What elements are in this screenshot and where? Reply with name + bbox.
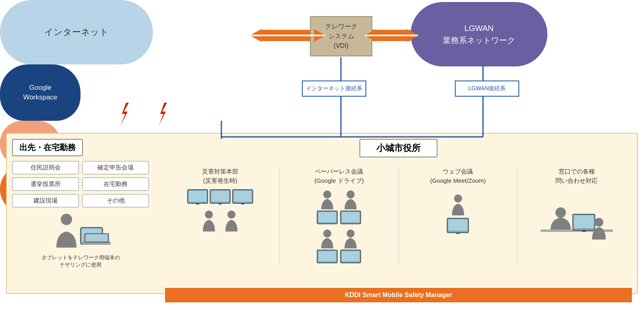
svg-point-30 [347,229,355,238]
svg-rect-23 [318,212,336,222]
svg-point-20 [227,211,235,219]
section-remote: 出先・在宅勤務 住民説明会 確定申告会場 選挙投票所 在宅勤務 建設現場 その他 [12,139,149,292]
screen-icon [232,189,253,205]
screen-icon [317,250,338,264]
cloud-lgwan: LGWAN 業務系ネットワーク [411,2,547,66]
svg-point-24 [347,190,355,198]
kddi-bar: KDDI Smart Mobile Safety Manager [165,288,632,302]
svg-rect-13 [219,203,222,205]
svg-point-39 [555,207,566,218]
person-icon [201,209,217,231]
person-icon [450,193,466,215]
city-title: 小城市役所 [359,139,438,157]
svg-point-19 [205,211,213,219]
screen-icon [340,211,361,225]
person-icon [319,228,335,248]
svg-rect-32 [342,251,359,261]
section-city: 小城市役所 災害対策本部(災害発生時) [165,139,632,292]
box-lgwan-conn: LGWAN接続系 [455,81,519,97]
remote-title: 出先・在宅勤務 [12,139,83,156]
svg-rect-26 [342,212,359,222]
box-telework: テレワーク システム (VDI) [310,16,372,56]
cloud-internet: インターネット [0,0,153,64]
counter-scene [537,193,617,250]
svg-marker-62 [159,103,167,126]
svg-rect-16 [234,191,252,202]
main-diagram: インターネット Google Workspace Zoom au LTE網 テレ… [0,0,644,310]
person-icon [343,189,359,209]
svg-marker-48 [250,29,262,42]
svg-point-27 [323,229,331,238]
svg-rect-35 [448,219,467,231]
city-subsection-disaster: 災害対策本部(災害発生時) [165,167,275,264]
screen-icon [317,211,338,225]
svg-point-43 [594,218,603,227]
tablet-person-label: タブレットをテレワーク用端末の テザリングに使用 [41,254,120,269]
svg-rect-6 [86,234,107,241]
person-icon [343,228,359,248]
location-item: 選挙投票所 [12,178,79,191]
person-tablet-illustration [44,211,117,252]
svg-point-0 [61,214,72,225]
location-grid: 住民説明会 確定申告会場 選挙投票所 在宅勤務 建設現場 その他 [12,161,149,207]
city-divider [279,167,280,264]
screen-icon [447,218,469,234]
svg-rect-12 [211,191,229,202]
location-item: 確定申告会場 [82,161,149,174]
city-subsection-paperless: ペーパーレス会議(Google ドライブ) [284,167,394,264]
city-divider [398,167,399,264]
svg-marker-61 [120,103,129,126]
svg-rect-29 [318,251,336,261]
svg-rect-42 [582,230,586,232]
location-item: 在宅勤務 [82,178,149,191]
city-sections-row: 災害対策本部(災害発生時) ペーパーレス会議(Google ドライブ) [165,167,632,264]
svg-point-33 [454,194,462,203]
svg-rect-36 [456,233,460,234]
box-inet-conn: インターネット接続系 [302,81,366,97]
city-subsection-counter: 窓口での各種問い合わせ対応 [522,167,632,264]
cloud-gworkspace: Google Workspace [0,64,80,121]
svg-rect-41 [574,215,594,228]
screen-icon [187,189,208,205]
location-item: その他 [82,194,149,207]
tablet-person-group: タブレットをテレワーク用端末の テザリングに使用 [12,211,149,269]
svg-rect-9 [196,203,199,205]
screen-icon [340,250,361,264]
svg-rect-8 [189,191,206,202]
person-icon [319,189,335,209]
city-subsection-webmeeting: ウェブ会議(Google Meet/Zoom) [403,167,513,264]
city-divider [517,167,518,264]
location-item: 住民説明会 [12,161,79,174]
svg-rect-17 [241,203,244,205]
svg-point-21 [323,190,331,198]
location-item: 建設現場 [12,194,79,207]
person-icon [223,209,239,231]
screen-icon [210,189,231,205]
